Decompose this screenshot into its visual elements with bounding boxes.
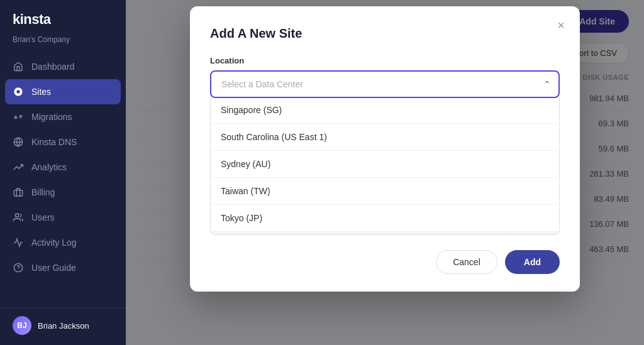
sidebar-item-kinsta-dns[interactable]: Kinsta DNS [0,129,126,155]
migrations-icon [13,111,24,123]
sidebar-item-label: Kinsta DNS [31,137,77,147]
data-center-select-wrapper: Select a Data Center ⌃ [210,70,560,98]
sidebar-nav: Dashboard Sites Migrations Kinsta DNS An [0,54,126,308]
sidebar-item-migrations[interactable]: Migrations [0,104,126,129]
analytics-icon [13,162,24,173]
modal-title: Add A New Site [210,26,560,41]
data-center-select[interactable]: Select a Data Center [210,70,560,98]
home-icon [13,61,24,72]
sidebar-footer: BJ Brian Jackson [0,308,126,345]
sidebar-item-label: Sites [31,87,51,97]
logo: kinsta [0,0,126,33]
dropdown-item-sydney[interactable]: Sydney (AU) [211,151,559,178]
sidebar-item-label: Activity Log [31,238,77,248]
dns-icon [13,136,24,148]
svg-point-1 [16,90,19,93]
footer-username: Brian Jackson [38,321,89,331]
sidebar-item-activity-log[interactable]: Activity Log [0,230,126,255]
dropdown-item-singapore[interactable]: Singapore (SG) [211,97,559,124]
select-placeholder: Select a Data Center [221,79,303,89]
sidebar-item-user-guide[interactable]: User Guide [0,255,126,280]
sidebar-item-label: Analytics [31,162,67,172]
sidebar-item-sites[interactable]: Sites [5,79,121,104]
logo-text: kinsta [13,11,51,27]
users-icon [13,212,24,223]
modal-dialog: Add A New Site × Location Select a Data … [190,6,580,292]
sidebar-item-label: Users [31,212,55,222]
sidebar-item-users[interactable]: Users [0,205,126,230]
sidebar-item-label: User Guide [31,263,76,273]
add-button[interactable]: Add [505,250,560,274]
avatar: BJ [13,316,31,335]
dropdown-list: Singapore (SG) South Carolina (US East 1… [210,97,560,235]
svg-rect-6 [14,190,22,196]
company-name: Brian's Company [0,33,126,54]
billing-icon [13,187,24,198]
sidebar-item-analytics[interactable]: Analytics [0,155,126,180]
cancel-button[interactable]: Cancel [436,250,497,274]
modal-footer: Cancel Add [210,250,560,274]
main-content: Add Site Export to CSV DISK USAGE 981.94… [126,0,644,345]
dropdown-item-tokyo[interactable]: Tokyo (JP) [211,205,559,232]
sidebar-item-dashboard[interactable]: Dashboard [0,54,126,79]
modal-overlay[interactable]: Add A New Site × Location Select a Data … [126,0,644,345]
sidebar: kinsta Brian's Company Dashboard Sites M… [0,0,126,345]
modal-close-button[interactable]: × [557,19,565,31]
dropdown-item-south-carolina[interactable]: South Carolina (US East 1) [211,124,559,151]
activity-icon [13,237,24,248]
dropdown-item-zurich[interactable]: Zürich (CH) [211,232,559,235]
sidebar-item-label: Migrations [31,112,72,122]
svg-point-7 [15,214,18,217]
sites-icon [13,86,24,97]
guide-icon [13,262,24,273]
sidebar-item-billing[interactable]: Billing [0,180,126,205]
sidebar-item-label: Dashboard [31,62,75,72]
location-label: Location [210,56,560,65]
sidebar-item-label: Billing [31,187,55,197]
dropdown-item-taiwan[interactable]: Taiwan (TW) [211,178,559,205]
